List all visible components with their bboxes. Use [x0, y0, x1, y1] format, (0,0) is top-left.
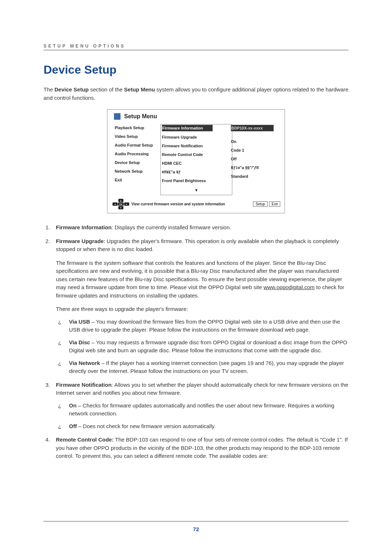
menu-item-audio-processing[interactable]: Audio Processing [115, 151, 162, 157]
intro-b2: Setup Menu [124, 86, 155, 93]
menu-item-video[interactable]: Video Setup [115, 134, 162, 139]
menu-val-empty [231, 134, 278, 136]
menu-title: Setup Menu [124, 113, 157, 120]
sub-usb-b: Via USB [69, 319, 90, 325]
menu-options-frame [160, 124, 232, 195]
sub-off-t: – Does not check for new firmware versio… [77, 423, 216, 429]
menu-title-row: Setup Menu [107, 110, 285, 123]
item3-title: Firmware Notification [56, 382, 111, 388]
nav-up-icon: ▴ [118, 199, 123, 202]
sub-network-t: – If the player has a working Internet c… [69, 360, 344, 374]
nav-left-icon: ◂ [113, 202, 118, 206]
menu-exit-button[interactable]: Exit [269, 201, 280, 207]
sub-on-b: On [69, 402, 77, 409]
menu-nav-column: Playback Setup Video Setup Audio Format … [115, 125, 162, 193]
menu-val-notification: On [231, 139, 278, 144]
setup-menu-figure: Setup Menu Playback Setup Video Setup Au… [44, 109, 348, 213]
sub-on: On – Checks for firmware updates automat… [69, 402, 348, 418]
menu-color-square [114, 113, 121, 120]
sub-disc-b: Via Disc [69, 339, 90, 345]
menu-footer: ▴ ◂OK▸ ▾ View current firmware version a… [107, 197, 285, 213]
sub-usb: Via USB – You may download the firmware … [69, 318, 348, 334]
sub-disc-t: – You may requests a firmware upgrade di… [69, 339, 347, 354]
nav-right-icon: ▸ [124, 202, 129, 206]
menu-val-remote-code: Code 1 [231, 147, 278, 153]
menu-help-text: View current firmware version and system… [131, 202, 225, 206]
nav-down-icon: ▾ [118, 206, 123, 209]
item4-title: Remote Control Code: [56, 436, 114, 443]
nav-ok-icon: OK [118, 202, 124, 206]
page-number: 72 [193, 526, 199, 532]
intro-pre: The [44, 86, 54, 93]
sub-off-b: Off [69, 423, 77, 429]
sub-off: Off – Does not check for new firmware ve… [69, 422, 348, 431]
item1-title: Firmware Information [56, 224, 111, 230]
menu-item-network[interactable]: Network Setup [115, 168, 162, 174]
menu-val-hdmi-cec: Off [231, 156, 278, 162]
menu-item-playback[interactable]: Playback Setup [115, 125, 162, 131]
document-page: SETUP MENU OPTIONS Device Setup The Devi… [0, 0, 392, 488]
menu-val-brightness: Standard [231, 173, 278, 179]
list-item-1: Firmware Information: Displays the curre… [52, 223, 348, 232]
menu-item-exit[interactable]: Exit [115, 177, 162, 183]
item2-p2: The firmware is the system software that… [56, 259, 348, 300]
menu-footer-left: ▴ ◂OK▸ ▾ View current firmware version a… [113, 199, 225, 209]
sub-network-b: Via Network [69, 360, 100, 366]
page-footer: 72 [44, 521, 348, 532]
intro-paragraph: The Device Setup section of the Setup Me… [44, 86, 348, 102]
section-label: SETUP MENU OPTIONS [44, 44, 348, 50]
sub-usb-t: – You may download the firmware files fr… [69, 319, 340, 333]
sub-disc: Via Disc – You may requests a firmware u… [69, 338, 348, 355]
setup-menu-window: Setup Menu Playback Setup Video Setup Au… [107, 109, 285, 213]
item1-text: : Displays the currently installed firmw… [111, 224, 231, 230]
menu-values-column: BDP10X-xx-xxxx On Code 1 Off flƒ‡¤"a §§"… [231, 125, 278, 193]
intro-b1: Device Setup [54, 86, 89, 93]
menu-item-device[interactable]: Device Setup [115, 160, 162, 165]
item3-sublist: On – Checks for firmware updates automat… [56, 402, 348, 431]
menu-item-audio-format[interactable]: Audio Format Setup [115, 142, 162, 148]
nav-dpad-icon: ▴ ◂OK▸ ▾ [113, 199, 129, 209]
list-item-3: Firmware Notification: Allows you to set… [52, 381, 348, 431]
main-numbered-list: Firmware Information: Displays the curre… [44, 223, 348, 460]
menu-options-column: Firmware Information Firmware Upgrade Fi… [162, 125, 231, 193]
menu-setup-button[interactable]: Setup [253, 201, 268, 207]
menu-footer-right: Setup Exit [253, 201, 280, 207]
sub-network: Via Network – If the player has a workin… [69, 359, 348, 376]
page-title: Device Setup [44, 63, 348, 77]
item2-p3: There are three ways to upgrade the play… [56, 305, 348, 313]
item2-title: Firmware Upgrade [56, 238, 104, 244]
item2-sublist: Via USB – You may download the firmware … [56, 318, 348, 376]
menu-body: Playback Setup Video Setup Audio Format … [107, 123, 285, 197]
intro-mid: section of the [89, 86, 124, 93]
sub-on-t: – Checks for firmware updates automatica… [69, 402, 334, 417]
list-item-2: Firmware Upgrade: Upgrades the player's … [52, 237, 348, 376]
menu-val-garbled: flƒ‡¤"a §§"⁄"ƒfl [231, 165, 278, 171]
list-item-4: Remote Control Code: The BDP-103 can res… [52, 436, 348, 460]
oppo-link[interactable]: www.oppodigital.com [264, 284, 315, 290]
menu-val-firmware-info: BDP10X-xx-xxxx [231, 125, 274, 131]
